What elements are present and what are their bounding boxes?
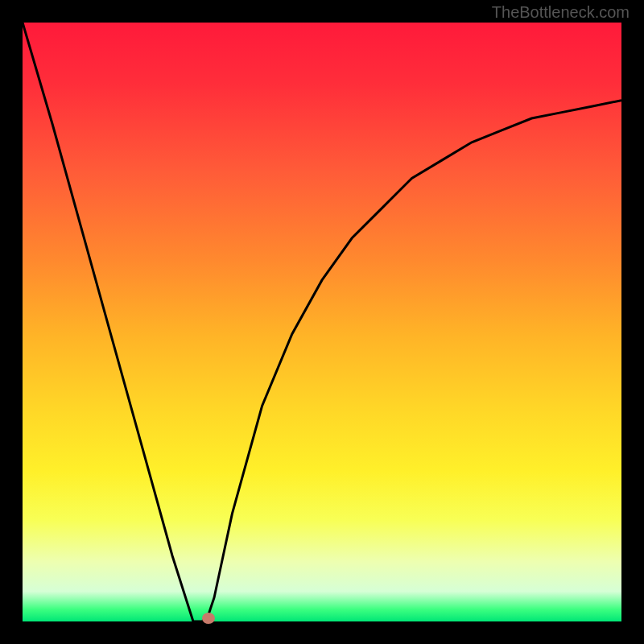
plot-background [23, 23, 621, 621]
curve-path [23, 23, 621, 621]
watermark-text: TheBottleneck.com [492, 3, 630, 22]
bottleneck-curve [23, 23, 621, 621]
minimum-marker [202, 613, 215, 624]
